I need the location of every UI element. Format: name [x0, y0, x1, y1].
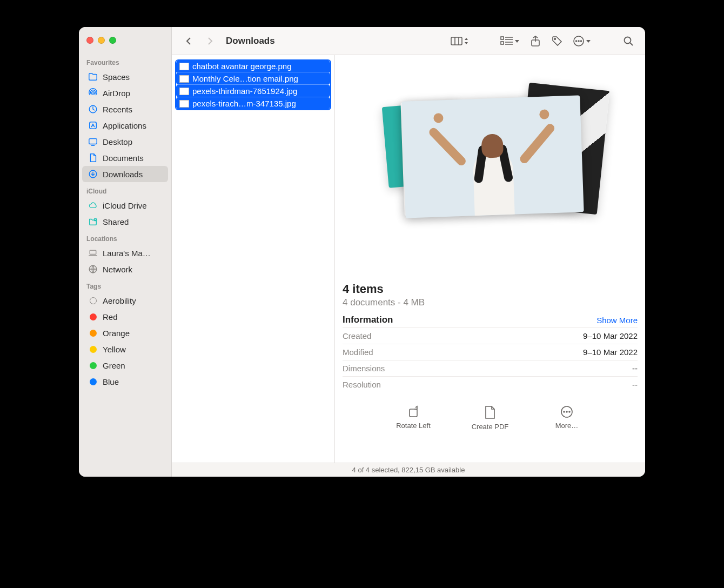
sidebar-item-red[interactable]: Red [82, 309, 168, 325]
sidebar-item-label: Network [103, 265, 132, 274]
preview-title: 4 items [343, 282, 638, 296]
sidebar-item-label: Spaces [103, 72, 130, 82]
tags-button[interactable] [548, 33, 566, 49]
sidebar-section-icloud: iCloud [79, 182, 171, 197]
sidebar-item-label: Blue [103, 377, 119, 386]
sidebar-item-label: Green [103, 361, 125, 370]
sidebar-item-label: Aerobility [103, 296, 136, 305]
sidebar: FavouritesSpacesAirDropRecentsApplicatio… [79, 27, 172, 477]
file-list[interactable]: chatbot avantar george.pngMonthly Cele…t… [172, 55, 335, 463]
tag-dot-icon [88, 328, 98, 338]
file-row[interactable]: pexels-tirach…m-347135.jpg [176, 97, 330, 110]
globe-icon [88, 264, 98, 275]
tag-dot-icon [88, 344, 98, 355]
minimize-button[interactable] [98, 37, 105, 44]
svg-rect-9 [501, 37, 504, 39]
sidebar-item-label: AirDrop [103, 89, 130, 98]
sidebar-item-aerobility[interactable]: Aerobility [82, 292, 168, 309]
sidebar-item-downloads[interactable]: Downloads [82, 166, 168, 182]
sidebar-item-label: Recents [103, 105, 132, 114]
preview-thumbnail [335, 55, 645, 217]
svg-point-14 [576, 41, 577, 42]
desktop-icon [88, 136, 98, 147]
svg-point-15 [578, 41, 579, 42]
create-pdf-action[interactable]: Create PDF [466, 405, 514, 431]
sidebar-item-desktop[interactable]: Desktop [82, 133, 168, 150]
rotate-left-action[interactable]: Rotate Left [389, 405, 438, 431]
svg-rect-3 [89, 139, 97, 144]
sidebar-item-orange[interactable]: Orange [82, 325, 168, 341]
svg-rect-2 [90, 122, 97, 129]
sidebar-section-tags: Tags [79, 277, 171, 292]
sidebar-item-recents[interactable]: Recents [82, 101, 168, 117]
file-thumbnail-icon [179, 100, 189, 108]
file-name: pexels-tirach…m-347135.jpg [192, 99, 296, 108]
file-name: Monthly Cele…tion email.png [192, 74, 298, 83]
app-icon [88, 120, 98, 131]
info-row: Modified9–10 Mar 2022 [343, 344, 638, 360]
file-thumbnail-icon [179, 75, 189, 83]
finder-window: FavouritesSpacesAirDropRecentsApplicatio… [79, 27, 645, 477]
sidebar-item-label: Downloads [103, 170, 143, 179]
tag-dot-icon [88, 360, 98, 371]
sidebar-item-label: iCloud Drive [103, 201, 147, 210]
forward-button[interactable] [201, 33, 219, 49]
svg-point-12 [554, 38, 556, 39]
preview-subtitle: 4 documents - 4 MB [343, 297, 638, 308]
folder-icon [88, 71, 98, 82]
svg-rect-10 [501, 42, 504, 44]
search-button[interactable] [619, 33, 638, 49]
sidebar-item-green[interactable]: Green [82, 357, 168, 373]
sidebar-item-applications[interactable]: Applications [82, 117, 168, 133]
info-row: Created9–10 Mar 2022 [343, 328, 638, 344]
sidebar-item-shared[interactable]: Shared [82, 213, 168, 230]
svg-point-20 [564, 411, 565, 412]
group-by-button[interactable] [497, 35, 523, 47]
file-row[interactable]: Monthly Cele…tion email.png [176, 72, 330, 85]
download-icon [88, 169, 98, 179]
sidebar-item-yellow[interactable]: Yellow [82, 341, 168, 357]
clock-icon [88, 104, 98, 115]
airdrop-icon [88, 88, 98, 98]
file-row[interactable]: chatbot avantar george.png [176, 60, 330, 72]
close-button[interactable] [86, 37, 93, 44]
sidebar-item-network[interactable]: Network [82, 261, 168, 277]
tray-icon [88, 216, 98, 227]
tag-dot-icon [88, 376, 98, 387]
status-bar: 4 of 4 selected, 822,15 GB available [172, 463, 645, 477]
file-thumbnail-icon [179, 63, 189, 70]
show-more-link[interactable]: Show More [596, 316, 638, 325]
file-row[interactable]: pexels-thirdman-7651924.jpg [176, 84, 330, 97]
more-actions[interactable]: More… [542, 405, 591, 431]
laptop-icon [88, 248, 98, 258]
file-thumbnail-icon [179, 88, 189, 95]
svg-point-17 [625, 37, 631, 43]
sidebar-item-label: Red [103, 312, 118, 322]
window-controls [79, 34, 171, 54]
doc-icon [88, 152, 98, 163]
sidebar-item-label: Shared [103, 217, 129, 226]
tag-dot-icon [88, 295, 98, 306]
file-name: chatbot avantar george.png [192, 62, 291, 71]
sidebar-item-label: Applications [103, 121, 146, 130]
zoom-button[interactable] [109, 37, 116, 44]
quick-actions: Rotate Left Create PDF Mor [335, 398, 645, 440]
sidebar-item-icloud-drive[interactable]: iCloud Drive [82, 197, 168, 213]
sidebar-item-laura-s-ma-[interactable]: Laura's Ma… [82, 245, 168, 261]
sidebar-item-label: Laura's Ma… [103, 249, 151, 258]
tag-dot-icon [88, 311, 98, 322]
view-mode-button[interactable] [447, 35, 472, 47]
sidebar-item-documents[interactable]: Documents [82, 150, 168, 166]
sidebar-item-spaces[interactable]: Spaces [82, 69, 168, 85]
svg-point-16 [581, 41, 582, 42]
svg-point-0 [92, 92, 95, 95]
sidebar-item-blue[interactable]: Blue [82, 373, 168, 390]
main-area: Downloads [172, 27, 645, 477]
toolbar: Downloads [172, 27, 645, 55]
action-menu-button[interactable] [569, 34, 594, 48]
back-button[interactable] [179, 33, 198, 49]
sidebar-item-airdrop[interactable]: AirDrop [82, 85, 168, 101]
sidebar-item-label: Yellow [103, 345, 126, 354]
svg-point-5 [94, 218, 97, 221]
share-button[interactable] [526, 33, 545, 49]
